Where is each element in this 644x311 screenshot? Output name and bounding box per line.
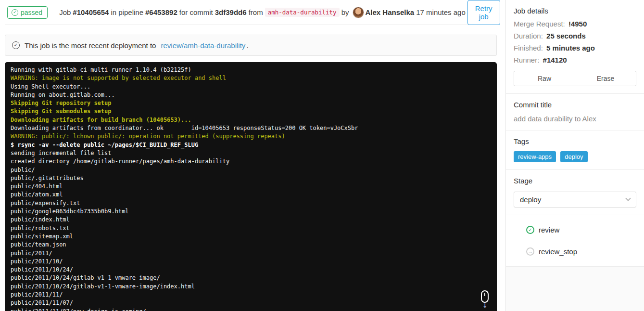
commit-title-section: Commit title add data durability to Alex bbox=[506, 94, 644, 130]
log-line: public/expensify.txt bbox=[11, 199, 491, 207]
stage-heading: Stage bbox=[514, 177, 636, 185]
chevron-down-icon bbox=[625, 195, 631, 201]
tags-section: Tags review-apps deploy bbox=[506, 130, 644, 170]
detail-row: Runner: #14120 bbox=[514, 54, 636, 66]
detail-value: 5 minutes ago bbox=[546, 44, 595, 52]
sidebar-filler bbox=[506, 267, 644, 311]
log-line: public/team.json bbox=[11, 241, 491, 249]
detail-value: !4950 bbox=[568, 20, 587, 28]
stage-status-icon bbox=[526, 226, 534, 234]
by-label: by bbox=[341, 8, 349, 16]
log-line: Skipping Git repository setup bbox=[11, 99, 491, 107]
tag-list: review-apps deploy bbox=[514, 151, 636, 162]
detail-row: Finished: 5 minutes ago bbox=[514, 42, 636, 54]
notice-period: . bbox=[246, 41, 248, 50]
tag-badge[interactable]: review-apps bbox=[514, 151, 556, 162]
job-header: ✓ passed Job #10405654 in pipeline #6453… bbox=[5, 0, 497, 25]
detail-label: Finished: bbox=[514, 44, 543, 52]
log-line: Running on about.gitlab.com... bbox=[11, 91, 491, 99]
pipeline-id-link[interactable]: #6453892 bbox=[145, 8, 177, 16]
stage-selected-value: deploy bbox=[520, 195, 541, 204]
tags-heading: Tags bbox=[514, 137, 636, 145]
mouse-icon bbox=[481, 290, 489, 303]
log-line: created directory /home/gitlab-runner/pa… bbox=[11, 157, 491, 166]
log-line: Using Shell executor... bbox=[11, 83, 491, 91]
tag-badge[interactable]: deploy bbox=[560, 151, 587, 162]
log-line: $ rsync -av --delete public ~/pages/$CI_… bbox=[11, 141, 491, 149]
main-content: ✓ passed Job #10405654 in pipeline #6453… bbox=[0, 0, 505, 311]
log-line: public/2011/10/24/gitlab-v1-1-vmware-ima… bbox=[11, 274, 491, 282]
environment-link[interactable]: review/amh-data-durability bbox=[161, 41, 245, 50]
log-line: public/2011/11/07/ bbox=[11, 299, 491, 307]
log-line: public/google863dbc4b7335b0b9.html bbox=[11, 207, 491, 216]
commit-sha-link[interactable]: 3df39dd6 bbox=[215, 8, 247, 16]
notice-text: This job is the most recent deployment t… bbox=[25, 41, 156, 50]
log-line: public/2011/10/24/ bbox=[11, 266, 491, 274]
commit-message: add data durability to Alex bbox=[514, 115, 636, 123]
job-sidebar: Job details Merge Request: !4950 Duratio… bbox=[505, 0, 644, 311]
log-line: public/2011/ bbox=[11, 249, 491, 258]
log-line: Skipping Git submodules setup bbox=[11, 107, 491, 116]
stage-job-name: review_stop bbox=[539, 247, 577, 256]
for-commit-label: for commit bbox=[179, 8, 213, 16]
log-line: Downloading artifacts for build_branch (… bbox=[11, 116, 491, 124]
erase-button[interactable]: Erase bbox=[575, 71, 636, 86]
status-label: passed bbox=[21, 9, 42, 16]
raw-button[interactable]: Raw bbox=[514, 71, 575, 86]
detail-value: 25 seconds bbox=[546, 32, 586, 40]
detail-row: Duration: 25 seconds bbox=[514, 30, 636, 42]
arrow-down-icon: ↓ bbox=[480, 303, 490, 309]
scroll-down-indicator[interactable]: ↓ bbox=[480, 290, 490, 309]
log-line: WARNING: public/: lchown public/: operat… bbox=[11, 132, 491, 141]
job-details-rows: Merge Request: !4950 Duration: 25 second… bbox=[514, 18, 636, 66]
log-line: public/ bbox=[11, 166, 491, 174]
log-line: public/404.html bbox=[11, 182, 491, 191]
commit-title-heading: Commit title bbox=[514, 101, 636, 109]
avatar bbox=[353, 7, 364, 18]
log-actions: Raw Erase bbox=[514, 71, 636, 86]
detail-label: Duration: bbox=[514, 32, 543, 40]
log-line: public/index.html bbox=[11, 216, 491, 224]
stage-section: Stage deploy bbox=[506, 170, 644, 215]
status-badge: ✓ passed bbox=[7, 6, 48, 19]
from-label: from bbox=[249, 8, 263, 16]
in-pipeline-label: in pipeline bbox=[111, 8, 143, 16]
log-line: WARNING: image is not supported by selec… bbox=[11, 74, 491, 82]
stage-status-icon bbox=[526, 247, 534, 256]
log-line: public/2011/11/07/new-design-is-coming/ bbox=[11, 308, 491, 311]
log-line: Downloading artifacts from coordinator..… bbox=[11, 124, 491, 132]
time-ago: 17 minutes ago bbox=[416, 8, 466, 16]
log-line: Running with gitlab-ci-multi-runner 1.10… bbox=[11, 66, 491, 74]
build-log[interactable]: Running with gitlab-ci-multi-runner 1.10… bbox=[5, 62, 497, 311]
author-link[interactable]: Alex Hanselka bbox=[365, 8, 414, 16]
deployment-check-icon: ✓ bbox=[12, 41, 20, 49]
detail-row: Merge Request: !4950 bbox=[514, 18, 636, 30]
job-label: Job bbox=[59, 8, 71, 16]
retry-job-button[interactable]: Retry job bbox=[467, 0, 500, 25]
job-header-text: Job #10405654 in pipeline #6453892 for c… bbox=[59, 7, 467, 18]
log-line: public/robots.txt bbox=[11, 224, 491, 233]
stage-job-name: review bbox=[539, 226, 559, 234]
log-line: public/.gitattributes bbox=[11, 174, 491, 182]
status-check-icon: ✓ bbox=[12, 9, 18, 16]
log-line: public/2011/10/24/gitlab-v1-1-vmware-ima… bbox=[11, 283, 491, 291]
job-details-title: Job details bbox=[514, 7, 636, 15]
job-id: #10405654 bbox=[73, 8, 109, 16]
branch-ref-link[interactable]: amh-data-durability bbox=[265, 8, 340, 17]
detail-label: Runner: bbox=[514, 56, 539, 64]
log-line: public/2011/10/ bbox=[11, 258, 491, 266]
stage-jobs-list: review review_stop bbox=[506, 215, 644, 267]
stage-job-item[interactable]: review_stop bbox=[514, 241, 636, 262]
detail-value: #14120 bbox=[543, 56, 567, 64]
log-line: public/2011/11/ bbox=[11, 291, 491, 299]
log-line: sending incremental file list bbox=[11, 149, 491, 157]
stage-dropdown[interactable]: deploy bbox=[514, 192, 636, 207]
deployment-notice: ✓ This job is the most recent deployment… bbox=[5, 35, 497, 56]
job-details-section: Job details Merge Request: !4950 Duratio… bbox=[506, 0, 644, 94]
log-line: public/sitemap.xml bbox=[11, 233, 491, 241]
stage-job-item[interactable]: review bbox=[514, 219, 636, 241]
detail-label: Merge Request: bbox=[514, 20, 565, 28]
job-page: ✓ passed Job #10405654 in pipeline #6453… bbox=[0, 0, 644, 311]
log-line: public/atom.xml bbox=[11, 191, 491, 199]
